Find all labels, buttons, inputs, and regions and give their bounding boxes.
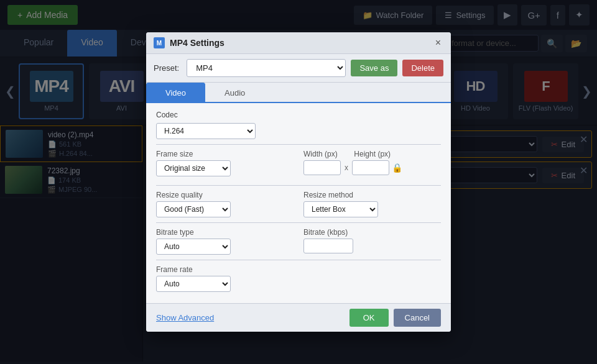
modal-preset-row: Preset: MP4 Save as Delete [146,54,451,83]
modal-title-icon: M [154,37,165,48]
resize-quality-label: Resize quality [156,191,294,199]
modal-header: M MP4 Settings × [146,32,451,54]
x-separator: x [345,163,348,172]
framerate-select[interactable]: Auto [156,276,231,292]
resize-quality-select[interactable]: Good (Fast) [156,201,231,217]
modal-tab-video[interactable]: Video [146,83,205,103]
modal-overlay: M MP4 Settings × Preset: MP4 Save as Del… [0,0,597,364]
resize-section: Resize quality Good (Fast) Resize method… [156,191,441,217]
divider-1 [156,144,441,145]
modal-close-button[interactable]: × [433,37,443,48]
codec-select-row: H.264 [156,123,441,139]
bitrate-section: Bitrate type Auto Bitrate (kbps) [156,228,441,255]
preset-select[interactable]: MP4 [187,59,346,77]
frame-size-right: Width (px) Height (px) x 🔒 [303,150,441,180]
frame-size-select-row: Original size [156,160,294,176]
bitrate-type-select[interactable]: Auto [156,239,231,255]
bitrate-type-label: Bitrate type [156,228,294,237]
delete-button[interactable]: Delete [402,60,443,76]
resize-method-col: Resize method Letter Box [303,191,441,217]
cancel-button[interactable]: Cancel [394,309,441,327]
modal-footer-buttons: OK Cancel [349,309,441,327]
ok-button[interactable]: OK [349,309,389,327]
modal-tabs: Video Audio [146,83,451,103]
resize-method-select[interactable]: Letter Box [303,201,378,217]
resize-quality-col: Resize quality Good (Fast) [156,191,294,217]
framerate-row: Frame rate Auto [156,265,441,292]
preset-label: Preset: [154,63,179,73]
divider-3 [156,222,441,223]
frame-size-label: Frame size [156,150,294,158]
width-height-label: Width (px) Height (px) [303,150,441,158]
show-advanced-button[interactable]: Show Advanced [156,313,214,322]
modal-title: M MP4 Settings [154,37,224,48]
bitrate-kbps-input[interactable] [303,239,353,253]
codec-row: Codec [156,111,441,119]
save-as-button[interactable]: Save as [351,60,397,76]
codec-label: Codec [156,111,212,119]
height-input[interactable] [352,160,389,175]
frame-size-section: Frame size Original size Width (px) Heig… [156,150,441,180]
framesize-inputs: x 🔒 [303,160,441,175]
frame-size-left: Frame size Original size [156,150,294,180]
width-input[interactable] [303,160,341,175]
bitrate-type-col: Bitrate type Auto [156,228,294,255]
mp4-settings-modal: M MP4 Settings × Preset: MP4 Save as Del… [146,32,451,332]
codec-select[interactable]: H.264 [156,123,256,139]
frame-size-select[interactable]: Original size [156,160,231,176]
resize-method-label: Resize method [303,191,441,199]
framerate-label: Frame rate [156,265,231,274]
framerate-col: Frame rate Auto [156,265,231,292]
modal-footer: Show Advanced OK Cancel [146,303,451,332]
bitrate-kbps-col: Bitrate (kbps) [303,228,441,255]
divider-2 [156,185,441,186]
divider-4 [156,260,441,260]
modal-title-text: MP4 Settings [170,38,224,48]
modal-body: Codec H.264 Frame size Original size [146,103,451,303]
bitrate-kbps-label: Bitrate (kbps) [303,228,441,237]
lock-icon[interactable]: 🔒 [392,163,402,173]
modal-tab-audio[interactable]: Audio [205,83,264,103]
